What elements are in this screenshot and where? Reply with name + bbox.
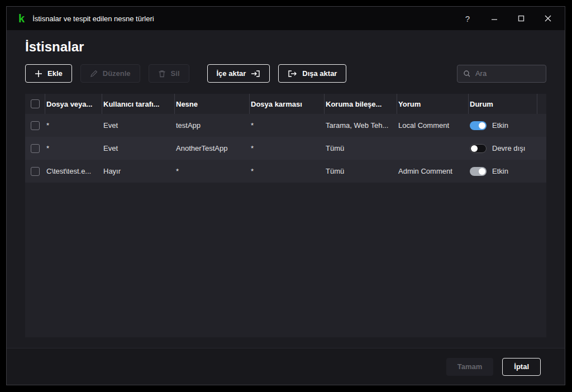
maximize-button[interactable]	[516, 13, 526, 23]
plus-icon	[35, 70, 42, 78]
search-icon	[463, 70, 470, 78]
add-button[interactable]: Ekle	[25, 64, 72, 83]
export-button[interactable]: Dışa aktar	[278, 64, 346, 83]
exclusions-dialog: k İstisnalar ve tespit edilen nesne türl…	[6, 6, 565, 385]
close-icon	[545, 15, 551, 22]
ok-button[interactable]: Tamam	[446, 358, 494, 376]
page-title: İstisnalar	[25, 39, 565, 55]
trash-icon	[158, 70, 166, 78]
import-button-label: İçe aktar	[217, 69, 246, 78]
import-icon	[251, 70, 260, 78]
row-checkbox[interactable]	[31, 167, 40, 176]
minimize-button[interactable]	[489, 13, 499, 23]
add-button-label: Ekle	[47, 69, 63, 78]
cell-file: *	[45, 121, 102, 130]
cell-hash: *	[250, 144, 325, 152]
cell-hash: *	[250, 167, 325, 175]
col-object[interactable]: Nesne	[175, 94, 250, 114]
cell-object: AnotherTestApp	[175, 144, 250, 152]
search-input[interactable]	[474, 69, 540, 78]
cell-components: Tümü	[325, 167, 397, 175]
cell-hash: *	[250, 121, 325, 130]
export-icon	[288, 70, 297, 78]
cell-user-added: Hayır	[102, 167, 175, 175]
close-button[interactable]	[543, 13, 553, 23]
col-hash[interactable]: Dosya karması	[250, 94, 325, 114]
col-components[interactable]: Koruma bileşe...	[325, 94, 397, 114]
status-label: Etkin	[492, 121, 508, 130]
table-empty-area	[25, 183, 546, 337]
status-toggle[interactable]	[470, 167, 487, 176]
status-toggle[interactable]	[470, 121, 487, 130]
window-controls: ?	[463, 13, 553, 23]
window-title: İstisnalar ve tespit edilen nesne türler…	[32, 15, 154, 23]
col-user-added[interactable]: Kullanıcı tarafı...	[102, 94, 175, 114]
cell-components: Tarama, Web Teh...	[325, 121, 397, 130]
edit-button[interactable]: Düzenle	[80, 64, 140, 83]
help-button[interactable]: ?	[463, 13, 473, 23]
exclusions-table: Dosya veya... Kullanıcı tarafı... Nesne …	[25, 94, 546, 337]
status-label: Etkin	[492, 167, 508, 175]
delete-button-label: Sil	[171, 69, 180, 78]
toolbar: Ekle Düzenle Sil İçe aktar Dışa aktar	[25, 64, 546, 83]
status-toggle[interactable]	[470, 144, 487, 153]
col-status[interactable]: Durum	[469, 94, 537, 114]
scrollbar-gutter	[537, 94, 546, 114]
col-file[interactable]: Dosya veya...	[45, 94, 102, 114]
table-row[interactable]: C\test\test.e... Hayır * * Tümü Admin Co…	[25, 160, 546, 183]
maximize-icon	[518, 15, 525, 22]
cell-status: Etkin	[469, 121, 537, 130]
cell-status: Devre dışı	[469, 144, 537, 153]
dialog-footer: Tamam İptal	[7, 348, 565, 385]
cell-object: *	[175, 167, 250, 175]
table-row[interactable]: * Evet testApp * Tarama, Web Teh... Loca…	[25, 114, 546, 137]
cell-comment: Local Comment	[397, 121, 469, 130]
row-checkbox[interactable]	[31, 121, 40, 130]
cell-file: C\test\test.e...	[45, 167, 102, 175]
search-box[interactable]	[457, 65, 546, 83]
row-checkbox[interactable]	[31, 144, 40, 153]
import-button[interactable]: İçe aktar	[207, 64, 270, 83]
cell-comment: Admin Comment	[397, 167, 469, 175]
pencil-icon	[90, 70, 98, 78]
delete-button[interactable]: Sil	[149, 64, 189, 83]
cell-status: Etkin	[469, 167, 537, 176]
export-button-label: Dışa aktar	[302, 69, 337, 78]
cell-user-added: Evet	[102, 121, 175, 130]
edit-button-label: Düzenle	[103, 69, 131, 78]
minimize-icon	[491, 15, 498, 22]
cell-components: Tümü	[325, 144, 397, 152]
header-checkbox-cell[interactable]	[25, 94, 45, 114]
col-comment[interactable]: Yorum	[397, 94, 469, 114]
cancel-button[interactable]: İptal	[502, 358, 541, 376]
cell-file: *	[45, 144, 102, 152]
kaspersky-logo-icon: k	[18, 13, 25, 24]
title-bar: k İstisnalar ve tespit edilen nesne türl…	[7, 7, 565, 30]
cell-user-added: Evet	[102, 144, 175, 152]
table-row[interactable]: * Evet AnotherTestApp * Tümü Devre dışı	[25, 137, 546, 160]
select-all-checkbox[interactable]	[31, 99, 40, 108]
status-label: Devre dışı	[492, 144, 525, 152]
table-header: Dosya veya... Kullanıcı tarafı... Nesne …	[25, 94, 546, 114]
cell-object: testApp	[175, 121, 250, 130]
